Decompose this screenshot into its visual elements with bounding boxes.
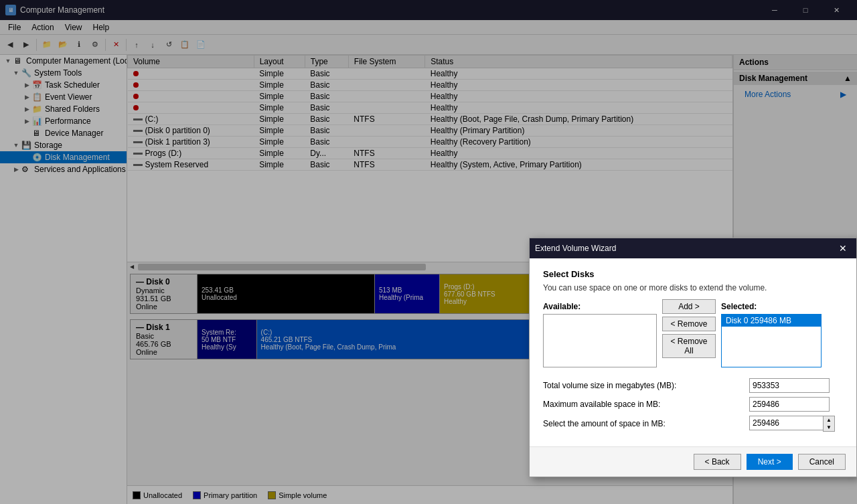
wizard-field-total-value-container xyxy=(749,378,843,393)
wizard-field-select: Select the amount of space in MB: ▲ ▼ xyxy=(543,416,843,432)
wizard-back-button[interactable]: < Back xyxy=(694,454,741,470)
wizard-spin-buttons: ▲ ▼ xyxy=(823,416,835,432)
wizard-add-button[interactable]: Add > xyxy=(662,299,716,314)
wizard-space-amount-input[interactable] xyxy=(749,416,823,430)
wizard-available-label: Available: xyxy=(543,302,657,311)
wizard-total-size-input[interactable] xyxy=(749,378,830,393)
wizard-field-select-value-container: ▲ ▼ xyxy=(749,416,843,432)
wizard-close-button[interactable]: ✕ xyxy=(835,240,851,256)
wizard-spin-up[interactable]: ▲ xyxy=(824,416,834,424)
wizard-available-col: Available: xyxy=(543,302,657,367)
wizard-selected-listbox[interactable]: Disk 0 259486 MB xyxy=(721,314,822,367)
wizard-selected-label: Selected: xyxy=(721,302,822,311)
wizard-field-max-value-container xyxy=(749,397,843,412)
wizard-cancel-button[interactable]: Cancel xyxy=(798,454,846,470)
wizard-disk-selector: Available: Add > < Remove < Remove All S… xyxy=(543,302,843,367)
wizard-field-total: Total volume size in megabytes (MB): xyxy=(543,378,843,393)
wizard-field-max-label: Maximum available space in MB: xyxy=(543,400,749,409)
wizard-fields: Total volume size in megabytes (MB): Max… xyxy=(543,378,843,432)
wizard-body: Select Disks You can use space on one or… xyxy=(530,258,856,446)
wizard-transfer-buttons: Add > < Remove < Remove All xyxy=(662,302,716,355)
wizard-selected-col: Selected: Disk 0 259486 MB xyxy=(721,302,822,367)
wizard-remove-all-button[interactable]: < Remove All xyxy=(662,334,716,358)
wizard-field-max: Maximum available space in MB: xyxy=(543,397,843,412)
wizard-available-listbox[interactable] xyxy=(543,314,657,367)
wizard-max-space-input[interactable] xyxy=(749,397,830,412)
wizard-title-bar: Extend Volume Wizard ✕ xyxy=(530,238,856,258)
wizard-spin-down[interactable]: ▼ xyxy=(824,424,834,431)
wizard-spin-input: ▲ ▼ xyxy=(749,416,843,432)
wizard-title-label: Extend Volume Wizard xyxy=(535,244,616,253)
wizard-remove-button[interactable]: < Remove xyxy=(662,317,716,331)
wizard-next-button[interactable]: Next > xyxy=(747,454,793,470)
wizard-selected-item: Disk 0 259486 MB xyxy=(722,315,821,327)
wizard-field-select-label: Select the amount of space in MB: xyxy=(543,419,749,428)
extend-volume-wizard: Extend Volume Wizard ✕ Select Disks You … xyxy=(529,238,857,477)
wizard-section-desc: You can use space on one or more disks t… xyxy=(543,283,843,292)
wizard-footer: < Back Next > Cancel xyxy=(530,446,856,477)
wizard-section-title: Select Disks xyxy=(543,269,843,279)
wizard-field-total-label: Total volume size in megabytes (MB): xyxy=(543,381,749,390)
